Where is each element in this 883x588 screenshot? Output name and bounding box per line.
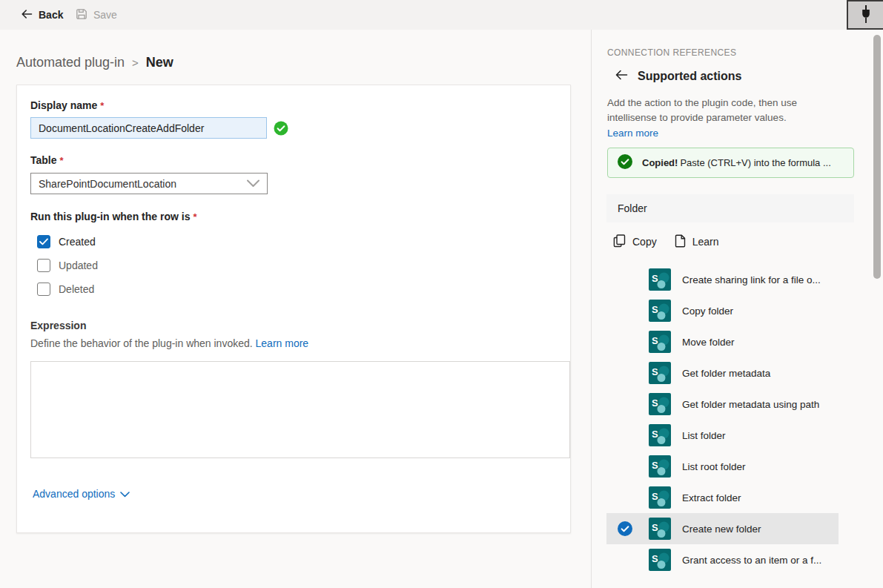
sharepoint-icon: S [649, 486, 671, 509]
copied-toast: Copied!Paste (CTRL+V) into the formula .… [607, 148, 854, 178]
required-marker: * [193, 211, 196, 222]
trigger-checkbox-row[interactable]: Deleted [37, 283, 98, 296]
expression-learn-more-link[interactable]: Learn more [256, 337, 309, 349]
expression-editor[interactable] [30, 361, 570, 458]
action-label: List root folder [682, 461, 746, 472]
svg-text:S: S [652, 491, 658, 502]
sharepoint-icon: S [649, 268, 671, 291]
back-arrow-icon[interactable] [615, 69, 628, 84]
back-label: Back [39, 9, 63, 21]
learn-button-label: Learn [692, 236, 719, 248]
action-row[interactable]: S Get folder metadata [606, 357, 839, 389]
action-group-header: Folder [606, 194, 854, 222]
action-label: Create sharing link for a file o... [682, 274, 821, 285]
action-row[interactable]: S List root folder [606, 451, 839, 482]
plugin-form-card: Display name* Table* SharePointDocumentL… [16, 85, 571, 533]
svg-text:S: S [652, 335, 658, 346]
copy-button-label: Copy [632, 236, 657, 248]
checkbox-label: Deleted [59, 283, 94, 295]
trigger-checkbox-list: Created Updated Deleted [37, 235, 98, 296]
required-marker: * [100, 100, 104, 111]
panel-learn-more-link[interactable]: Learn more [607, 128, 658, 139]
copy-button[interactable]: Copy [607, 229, 666, 254]
breadcrumb-current: New [146, 55, 173, 70]
svg-text:S: S [652, 273, 658, 284]
sharepoint-icon: S [649, 518, 671, 540]
action-label: Get folder metadata [682, 368, 770, 379]
action-row[interactable]: S Grant access to an item or a f... [606, 544, 839, 575]
sharepoint-icon: S [649, 331, 671, 353]
expression-label: Expression [30, 320, 86, 331]
display-name-input[interactable] [30, 117, 267, 139]
plug-icon [858, 4, 874, 26]
action-label: List folder [682, 430, 726, 441]
expression-description: Define the behavior of the plug-in when … [30, 337, 308, 349]
action-label: Move folder [682, 337, 735, 348]
checkbox-icon[interactable] [37, 283, 50, 296]
document-icon [675, 234, 686, 250]
success-check-icon [618, 154, 632, 172]
learn-button[interactable]: Learn [669, 229, 728, 254]
automated-plugin-editor: Back Save Automated plug-in > New Displa… [0, 0, 883, 588]
panel-eyebrow: CONNECTION REFERENCES [607, 47, 736, 58]
svg-text:S: S [652, 304, 658, 315]
sharepoint-icon: S [649, 393, 671, 415]
trigger-checkbox-row[interactable]: Created [37, 235, 98, 248]
action-row[interactable]: S Extract folder [606, 482, 839, 513]
required-marker: * [60, 155, 64, 166]
sharepoint-icon: S [649, 362, 671, 384]
toast-message-bold: Copied! [642, 157, 678, 168]
trigger-label: Run this plug-in when the row is* [30, 211, 197, 222]
checkbox-label: Updated [59, 260, 98, 271]
chevron-down-icon [120, 488, 130, 500]
save-icon [76, 8, 87, 22]
table-dropdown[interactable]: SharePointDocumentLocation [30, 173, 268, 194]
action-row[interactable]: S Create sharing link for a file o... [606, 264, 839, 295]
panel-title-row: Supported actions [615, 69, 741, 84]
table-label: Table* [30, 154, 64, 166]
breadcrumb-separator: > [132, 56, 139, 69]
sharepoint-icon: S [649, 549, 671, 571]
display-name-label: Display name* [30, 99, 104, 111]
copy-icon [613, 234, 626, 250]
panel-button-row: Copy Learn [607, 229, 728, 254]
svg-text:S: S [652, 460, 658, 471]
action-row[interactable]: S Copy folder [606, 295, 839, 326]
action-label: Grant access to an item or a f... [682, 555, 821, 566]
plugin-connector-button[interactable] [847, 0, 883, 30]
sharepoint-icon: S [649, 300, 671, 322]
checkbox-label: Created [59, 236, 96, 248]
svg-text:S: S [652, 522, 658, 533]
advanced-options-toggle[interactable]: Advanced options [33, 488, 130, 500]
valid-check-icon [274, 121, 288, 136]
command-bar: Back Save [0, 0, 883, 30]
panel-description: Add the action to the plugin code, then … [607, 96, 843, 126]
breadcrumb: Automated plug-in > New [16, 55, 173, 70]
action-label: Get folder metadata using path [682, 399, 819, 410]
panel-divider [591, 30, 592, 588]
action-label: Extract folder [682, 492, 741, 503]
checkbox-icon[interactable] [37, 259, 50, 272]
action-row[interactable]: S Move folder [606, 326, 839, 357]
svg-text:S: S [652, 553, 658, 564]
action-row[interactable]: S Get folder metadata using path [606, 389, 839, 420]
action-row[interactable]: S List folder [606, 420, 839, 451]
back-button[interactable]: Back [21, 0, 63, 30]
toast-message: Copied!Paste (CTRL+V) into the formula .… [642, 157, 831, 168]
trigger-checkbox-row[interactable]: Updated [37, 259, 98, 272]
panel-scrollbar-thumb[interactable] [873, 35, 881, 279]
sharepoint-icon: S [649, 424, 671, 446]
breadcrumb-parent[interactable]: Automated plug-in [16, 55, 125, 70]
action-row[interactable]: S Create new folder [606, 513, 839, 544]
save-button[interactable]: Save [76, 0, 117, 30]
checkbox-icon[interactable] [37, 235, 50, 248]
action-label: Create new folder [682, 523, 761, 535]
svg-text:S: S [652, 429, 658, 440]
save-label: Save [93, 9, 117, 21]
selected-check-icon [618, 521, 632, 536]
table-dropdown-value: SharePointDocumentLocation [39, 178, 247, 190]
svg-text:S: S [652, 397, 658, 409]
panel-title: Supported actions [638, 70, 741, 83]
chevron-down-icon [247, 178, 259, 190]
sharepoint-icon: S [649, 455, 671, 478]
